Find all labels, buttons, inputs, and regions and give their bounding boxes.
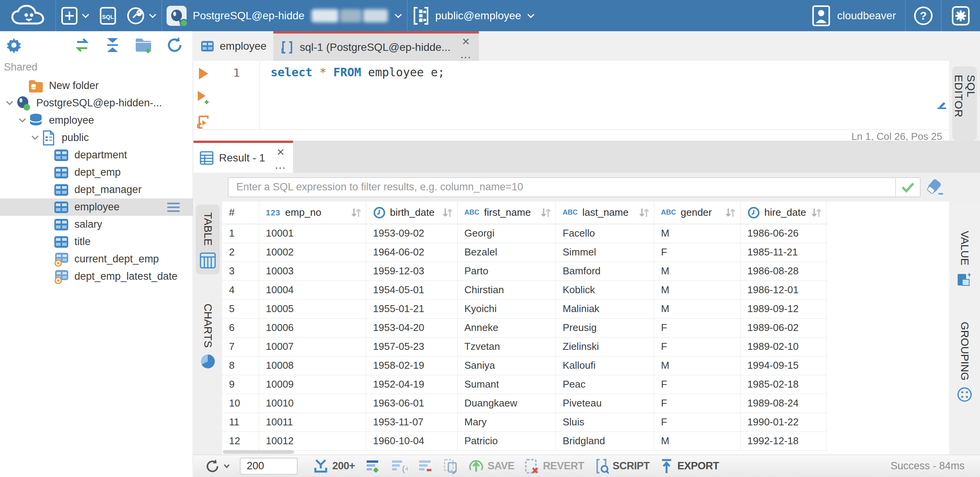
help-button[interactable]: ? xyxy=(906,6,941,26)
fetch-more-button[interactable]: 200+ xyxy=(313,459,355,474)
cell-hire_date[interactable]: 1986-08-28 xyxy=(740,262,826,280)
apply-filter-button[interactable] xyxy=(895,178,920,197)
add-row-button[interactable] xyxy=(365,459,381,474)
cell-first_name[interactable]: Duangkaew xyxy=(457,394,556,413)
cell-index[interactable]: 5 xyxy=(222,299,259,318)
execute-query-button[interactable] xyxy=(198,67,209,80)
cell-last_name[interactable]: Zielinski xyxy=(556,337,654,356)
cell-birth_date[interactable]: 1955-01-21 xyxy=(366,299,457,318)
cell-emp_no[interactable]: 10002 xyxy=(259,243,366,262)
cell-birth_date[interactable]: 1964-06-02 xyxy=(366,243,457,262)
row-limit-input[interactable] xyxy=(240,458,298,475)
app-logo[interactable] xyxy=(0,0,56,31)
cell-birth_date[interactable]: 1958-02-19 xyxy=(366,356,457,375)
delete-row-button[interactable] xyxy=(418,459,433,474)
tree-item-salary[interactable]: salary xyxy=(0,216,193,233)
cell-gender[interactable]: M xyxy=(654,356,740,375)
cell-last_name[interactable]: Maliniak xyxy=(556,299,654,318)
cell-hire_date[interactable]: 1985-11-21 xyxy=(740,243,826,262)
cell-emp_no[interactable]: 10001 xyxy=(259,224,366,243)
cell-first_name[interactable]: Chirstian xyxy=(457,280,556,299)
cell-gender[interactable]: F xyxy=(654,413,740,432)
item-menu-icon[interactable] xyxy=(167,202,180,212)
cell-last_name[interactable]: Koblick xyxy=(556,280,654,299)
expand-chevron-icon[interactable] xyxy=(29,135,41,141)
cell-last_name[interactable]: Piveteau xyxy=(556,394,654,413)
connection-selector[interactable]: PostgreSQL@ep-hidde xyxy=(162,6,407,26)
cell-birth_date[interactable]: 1953-04-20 xyxy=(366,318,457,337)
cell-index[interactable]: 9 xyxy=(222,375,259,394)
cell-birth_date[interactable]: 1952-04-19 xyxy=(366,375,457,394)
tree-item-employee[interactable]: employee xyxy=(0,198,193,216)
cell-birth_date[interactable]: 1960-10-04 xyxy=(366,432,457,450)
panel-tab-value[interactable]: VALUEI xyxy=(953,223,977,292)
cell-gender[interactable]: F xyxy=(654,375,740,394)
horizontal-scrollbar[interactable] xyxy=(223,450,294,454)
cell-gender[interactable]: M xyxy=(654,280,740,299)
expand-chevron-icon[interactable] xyxy=(4,101,15,106)
tree-item-new-folder[interactable]: New folder xyxy=(0,77,193,94)
cell-index[interactable]: 11 xyxy=(222,413,259,432)
cell-first_name[interactable]: Georgi xyxy=(457,224,556,243)
cell-emp_no[interactable]: 10007 xyxy=(259,337,366,356)
cell-gender[interactable]: F xyxy=(654,394,740,413)
expand-chevron-icon[interactable] xyxy=(17,118,28,123)
sort-arrows-icon[interactable] xyxy=(811,207,822,218)
cell-hire_date[interactable]: 1989-06-02 xyxy=(740,318,826,337)
cell-emp_no[interactable]: 10012 xyxy=(259,432,366,450)
cell-gender[interactable]: M xyxy=(654,224,740,243)
clear-filter-icon[interactable] xyxy=(927,179,945,195)
cell-birth_date[interactable]: 1957-05-23 xyxy=(366,337,457,356)
cell-first_name[interactable]: Kyoichi xyxy=(457,299,556,318)
cell-index[interactable]: 7 xyxy=(222,337,259,356)
new-folder-icon[interactable] xyxy=(134,37,153,53)
cell-birth_date[interactable]: 1953-11-07 xyxy=(366,413,457,432)
cell-index[interactable]: 4 xyxy=(222,280,259,299)
cell-emp_no[interactable]: 10009 xyxy=(259,375,366,394)
cell-birth_date[interactable]: 1954-05-01 xyxy=(366,280,457,299)
column-header-first_name[interactable]: ABCfirst_name xyxy=(457,202,556,224)
cell-last_name[interactable]: Simmel xyxy=(556,243,654,262)
cell-first_name[interactable]: Tzvetan xyxy=(457,337,556,356)
collapse-all-icon[interactable] xyxy=(104,37,121,54)
sort-arrows-icon[interactable] xyxy=(540,207,552,218)
cell-index[interactable]: 12 xyxy=(222,432,259,450)
cell-last_name[interactable]: Peac xyxy=(556,375,654,394)
cell-hire_date[interactable]: 1986-06-26 xyxy=(740,224,826,243)
sort-arrows-icon[interactable] xyxy=(350,207,362,218)
refresh-results-button[interactable] xyxy=(205,459,230,474)
tree-item-public[interactable]: public xyxy=(0,129,193,146)
cell-first_name[interactable]: Bezalel xyxy=(457,243,556,262)
sort-arrows-icon[interactable] xyxy=(638,207,650,218)
cell-hire_date[interactable]: 1994-09-15 xyxy=(740,356,826,375)
refresh-icon[interactable] xyxy=(166,36,184,54)
cell-hire_date[interactable]: 1986-12-01 xyxy=(740,280,826,299)
execute-new-tab-button[interactable] xyxy=(197,90,210,105)
cell-emp_no[interactable]: 10003 xyxy=(259,262,366,280)
export-button[interactable]: EXPORT xyxy=(660,459,719,474)
close-icon[interactable]: ✕ xyxy=(276,148,285,157)
tools-menu-button[interactable] xyxy=(121,6,162,25)
cell-first_name[interactable]: Saniya xyxy=(457,356,556,375)
cell-hire_date[interactable]: 1989-09-12 xyxy=(740,299,826,318)
column-header-emp_no[interactable]: 123emp_no xyxy=(259,202,366,224)
panel-tab-grouping[interactable]: GROUPING xyxy=(953,314,977,408)
editor-tab-employee[interactable]: employee xyxy=(194,31,273,61)
sidebar-settings-icon[interactable] xyxy=(5,37,22,54)
cell-first_name[interactable]: Anneke xyxy=(457,318,556,337)
cell-index[interactable]: 3 xyxy=(222,262,259,280)
cell-hire_date[interactable]: 1992-12-18 xyxy=(740,432,826,450)
cell-gender[interactable]: M xyxy=(654,432,740,450)
tree-item-dept-emp-latest-date[interactable]: dept_emp_latest_date xyxy=(0,268,193,285)
cell-birth_date[interactable]: 1953-09-02 xyxy=(366,224,457,243)
tree-item-dept-manager[interactable]: dept_manager xyxy=(0,181,193,198)
execute-script-button[interactable] xyxy=(197,115,210,129)
sort-arrows-icon[interactable] xyxy=(442,207,453,218)
column-header-hire_date[interactable]: hire_date xyxy=(740,202,826,224)
new-connection-button[interactable] xyxy=(56,7,94,25)
cell-birth_date[interactable]: 1959-12-03 xyxy=(366,262,457,280)
settings-button[interactable] xyxy=(941,6,980,26)
save-button[interactable]: SAVE xyxy=(468,459,515,474)
link-with-editor-icon[interactable] xyxy=(73,37,91,53)
cell-emp_no[interactable]: 10005 xyxy=(259,299,366,318)
